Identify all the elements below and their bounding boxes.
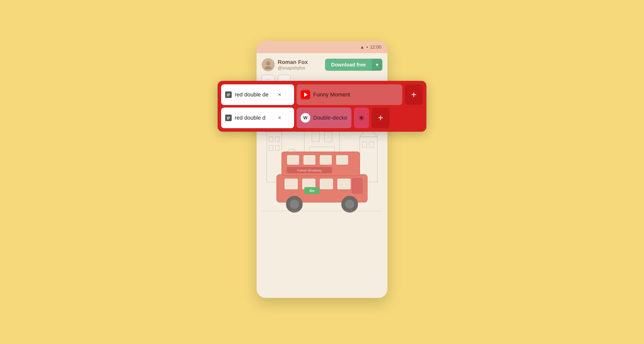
svg-text:Go: Go [309,189,314,193]
svg-rect-45 [227,94,230,94]
svg-rect-32 [319,178,333,190]
user-info: Roman Fox @snapsbyfox [278,59,308,71]
svg-point-38 [345,200,354,209]
tab-bar-overlay: red double de × Funny Moment + [218,81,426,132]
svg-rect-18 [362,142,367,147]
tab-2-title: red double d [235,115,275,121]
svg-rect-6 [275,146,279,151]
status-bar: ▲ ▪ 12:00 [257,41,387,53]
tab-active-2[interactable]: red double d × [221,108,294,128]
svg-rect-47 [227,96,229,96]
youtube-icon [301,91,310,98]
svg-rect-9 [312,132,319,142]
tab-secondary-2[interactable]: W Double-decke [297,108,351,128]
svg-rect-27 [303,155,316,165]
tab-add-button-2[interactable]: + [372,108,390,128]
tab-2-favicon-icon [225,115,232,121]
phone-device: ▲ ▪ 12:00 Roman Fox @snapsbyfox [257,41,387,298]
user-handle: @snapsbyfox [278,65,308,71]
tab-1-favicon-icon [225,91,232,98]
svg-text:Fulham Broadway: Fulham Broadway [297,169,322,172]
tab-secondary-1[interactable]: Funny Moment [297,84,402,105]
svg-rect-28 [319,155,332,165]
tab-secondary-1-title: Funny Moment [313,91,398,98]
svg-rect-50 [227,118,230,118]
tab-third[interactable]: ✳ [354,108,369,128]
svg-rect-49 [227,117,230,117]
svg-point-36 [290,200,299,209]
tab-add-button-1[interactable]: + [405,84,423,105]
battery-icon: ▪ [367,45,368,50]
svg-rect-46 [227,95,230,95]
status-time: 12:00 [370,45,381,50]
user-name: Roman Fox [278,59,308,65]
svg-rect-19 [369,142,374,147]
status-icons: ▲ ▪ 12:00 [360,45,381,50]
download-label: Download free [325,59,372,71]
wikipedia-favicon-icon: W [301,113,310,123]
avatar [262,58,275,71]
svg-rect-4 [275,137,279,142]
svg-rect-10 [325,132,332,142]
youtube-play-icon [304,92,308,97]
scene: ▲ ▪ 12:00 Roman Fox @snapsbyfox [209,33,435,311]
tab-secondary-1-favicon [301,90,310,99]
svg-point-0 [266,61,270,65]
svg-rect-3 [269,137,273,142]
user-row: Roman Fox @snapsbyfox Download free ▾ [262,58,382,71]
tab-1-title: red double de [235,91,275,98]
tab-1-close-button[interactable]: × [278,91,281,98]
tab-2-close-button[interactable]: × [278,115,281,121]
tab-bar-container: red double de × Funny Moment + [218,81,426,132]
pinwheel-icon: ✳ [358,114,365,122]
wikipedia-w-label: W [303,115,308,121]
svg-rect-33 [337,178,351,190]
svg-rect-26 [287,155,299,165]
signal-icon: ▲ [360,45,365,50]
tab-row-1: red double de × Funny Moment + [221,84,423,105]
svg-rect-30 [284,178,298,190]
tab-active-1[interactable]: red double de × [221,84,294,105]
tab-secondary-2-title: Double-decke [313,115,347,121]
svg-rect-5 [269,146,273,151]
download-arrow-icon[interactable]: ▾ [372,59,382,71]
download-button[interactable]: Download free ▾ [325,59,382,71]
svg-rect-51 [227,119,229,119]
tab-row-2: red double d × W Double-decke ✳ + [221,108,423,128]
svg-rect-34 [352,178,362,193]
svg-rect-29 [336,155,348,165]
